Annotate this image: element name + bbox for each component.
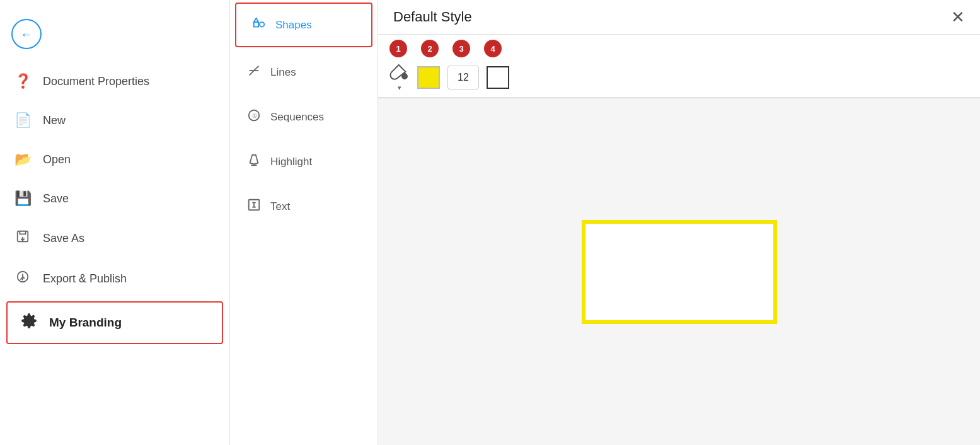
canvas-area [378,98,980,445]
paint-bucket-icon [389,62,410,86]
step4-badge: 4 [484,40,502,57]
sidebar-item-save-as[interactable]: Save As [0,218,229,258]
page-title: Default Style [393,9,472,25]
main-content: Default Style ✕ 1 2 3 4 [378,0,980,445]
toolbar-section: 1 2 3 4 [378,35,980,98]
stroke-swatch[interactable] [487,66,509,89]
middle-item-sequences[interactable]: ① Sequences [230,95,378,139]
middle-item-label: Shapes [275,19,312,32]
sidebar-item-label: Save As [43,232,84,245]
sidebar-item-label: Save [43,192,69,205]
svg-text:①: ① [252,113,257,119]
middle-item-lines[interactable]: Lines [230,50,378,95]
step3-badge: 3 [453,40,470,57]
save-icon: 💾 [14,190,32,207]
sidebar-item-open[interactable]: 📂 Open [0,140,229,179]
text-icon [246,198,262,215]
cursor-icon: ▾ [398,84,401,92]
middle-item-label: Highlight [270,156,312,168]
middle-item-label: Sequences [270,111,324,124]
back-button[interactable]: ← [11,19,42,49]
step1-badge: 1 [389,40,407,57]
fill-color-button[interactable]: ▾ [389,62,410,92]
middle-item-label: Text [270,200,290,213]
question-icon: ❓ [14,73,32,90]
font-size-input[interactable] [447,66,479,90]
lines-icon [246,64,262,81]
sidebar-item-label: Document Properties [43,75,149,88]
sidebar-item-document-properties[interactable]: ❓ Document Properties [0,62,229,101]
middle-item-shapes[interactable]: Shapes [235,3,372,47]
folder-icon: 📂 [14,151,32,168]
save-as-icon [14,229,32,247]
sidebar-item-label: My Branding [49,316,122,330]
sidebar-item-my-branding[interactable]: My Branding [6,301,223,344]
svg-point-3 [260,22,264,26]
sidebar-item-new[interactable]: 📄 New [0,101,229,140]
close-button[interactable]: ✕ [951,9,965,25]
back-arrow-icon: ← [20,27,33,42]
svg-rect-2 [254,22,258,26]
new-file-icon: 📄 [14,112,32,129]
sequences-icon: ① [246,108,262,125]
middle-panel: Shapes Lines ① Sequences Highligh [230,0,378,445]
color-swatch-button[interactable] [417,66,440,89]
toolbar-row: ▾ [378,57,980,98]
main-header: Default Style ✕ [378,0,980,35]
branding-gear-icon [20,313,38,333]
sidebar: ← ❓ Document Properties 📄 New 📂 Open 💾 S… [0,0,230,445]
sidebar-item-save[interactable]: 💾 Save [0,179,229,218]
sidebar-item-label: New [43,114,66,127]
shape-preview-rectangle [582,220,777,324]
shapes-icon [251,16,267,33]
middle-item-highlight[interactable]: Highlight [230,139,378,184]
sidebar-item-label: Export & Publish [43,272,127,286]
highlight-icon [246,153,262,170]
sidebar-item-export-publish[interactable]: Export & Publish [0,258,229,299]
sidebar-item-label: Open [43,153,71,166]
stroke-swatch-button[interactable] [487,66,509,89]
yellow-swatch[interactable] [417,66,440,89]
middle-item-text[interactable]: Text [230,184,378,229]
export-icon [14,270,32,287]
middle-item-label: Lines [270,66,296,79]
step2-badge: 2 [421,40,439,57]
